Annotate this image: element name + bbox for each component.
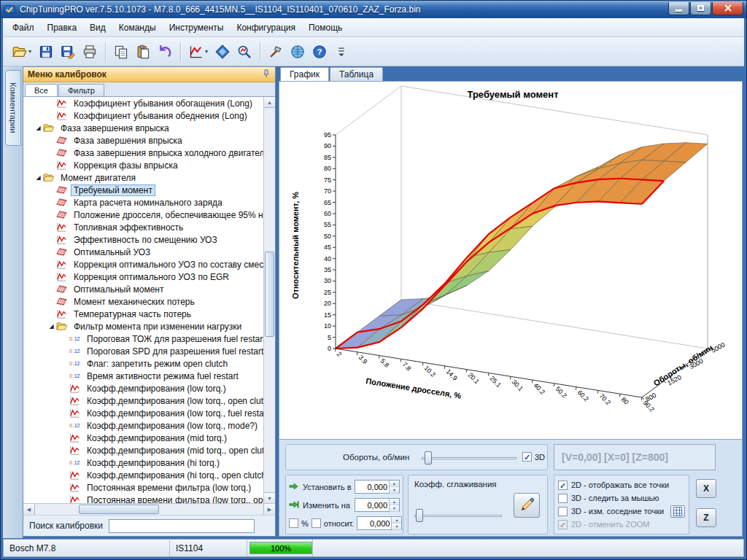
slider-thumb[interactable] [416, 509, 423, 522]
tree-item[interactable]: Фаза завершения впрыска холодного двигат… [23, 147, 263, 159]
checkbox[interactable]: ✓ [558, 481, 568, 490]
set-to-button[interactable]: Установить в [303, 483, 352, 491]
close-button[interactable] [712, 2, 743, 15]
menu-item[interactable]: Вид [83, 19, 112, 36]
tree-item[interactable]: Коэффициент убывания обеднения (Long) [23, 109, 263, 122]
minimize-button[interactable] [668, 2, 689, 15]
edit-pencil-button[interactable] [514, 493, 540, 518]
tree-item[interactable]: Положение дросселя, обеспечивающее 95% н… [23, 209, 263, 221]
tree-item[interactable]: Коэфф.демпфирования (mid torq., open clu… [23, 444, 263, 456]
tree-item[interactable]: Коэфф.демпфирования (mid torq.) [23, 432, 263, 444]
checkbox-3d[interactable]: ✓ 3D [522, 452, 545, 462]
x-axis-button[interactable]: X [696, 479, 716, 498]
tree-item[interactable]: Температурная часть потерь [23, 308, 263, 320]
copy-button[interactable] [110, 41, 132, 63]
dropdown-caret-icon[interactable]: ▾ [28, 48, 31, 55]
tree-item[interactable]: Коррекция оптимального УОЗ по составу см… [23, 258, 263, 271]
tools-button[interactable] [265, 41, 287, 63]
compare-button[interactable] [212, 41, 233, 63]
scroll-up-icon[interactable]: ▲ [264, 97, 275, 108]
expander-icon[interactable]: ◢ [47, 323, 56, 330]
comments-tab[interactable]: Комментарии [5, 70, 21, 146]
expander-icon[interactable]: ◢ [34, 174, 43, 181]
menu-item[interactable]: Команды [112, 19, 163, 36]
calibration-search-input[interactable] [109, 519, 255, 533]
spinner-buttons[interactable]: ▲▼ [391, 517, 401, 529]
tree-item[interactable]: Коэфф.демпфирования (low torq.) [23, 382, 263, 394]
slider-track[interactable] [414, 515, 502, 517]
maximize-button[interactable] [690, 2, 711, 15]
option-row-3[interactable]: 3D - изм. соседние точки [558, 505, 685, 518]
tree-item[interactable]: Фаза завершения впрыска [23, 134, 263, 147]
tree-item[interactable]: 0.12Время активности режима fuel restart [23, 370, 263, 382]
relative-checkbox[interactable]: относит. [311, 518, 355, 528]
open-file-button[interactable]: ▾ [9, 41, 35, 63]
change-by-button[interactable]: Изменить на [303, 501, 352, 510]
scroll-down-icon[interactable]: ▼ [264, 492, 275, 503]
menu-item[interactable]: Конфигурация [230, 19, 302, 36]
save-as-button[interactable] [57, 41, 79, 63]
tree-horizontal-scrollbar[interactable]: ◀ ▶ [23, 503, 275, 515]
tree-item[interactable]: Требуемый момент [23, 184, 263, 196]
scrollbar-thumb[interactable] [79, 505, 159, 514]
chart-area[interactable]: 0510152025303540455055606570758085909523… [279, 81, 743, 440]
view-tab-inactive[interactable]: Таблица [330, 67, 383, 81]
tree-item[interactable]: Постоянная времени фильтра (low torq., o… [23, 494, 263, 503]
toolbar-overflow-button[interactable] [330, 41, 352, 63]
tree-item[interactable]: 0.12Флаг: запретить режим open clutch [23, 357, 263, 370]
tree-item[interactable]: Топливная эффективность [23, 221, 263, 233]
z-axis-button[interactable]: Z [696, 508, 716, 527]
pin-icon[interactable] [262, 68, 271, 81]
tree-item[interactable]: Оптимальный УОЗ [23, 246, 263, 258]
checkbox[interactable]: ✓ [522, 452, 532, 462]
grid-select-button[interactable] [670, 505, 685, 518]
tree-item[interactable]: Коррекция оптимального УОЗ по EGR [23, 271, 263, 283]
tree-item[interactable]: Постоянная времени фильтра (low torq.) [23, 481, 263, 494]
menu-item[interactable]: Правка [41, 19, 84, 36]
option-row-1[interactable]: ✓2D - отображать все точки [558, 478, 685, 491]
calibration-tab-active[interactable]: Все [25, 84, 58, 96]
spinner-buttons[interactable]: ▲▼ [389, 481, 399, 493]
checkbox[interactable] [311, 518, 321, 528]
tree-item[interactable]: Коррекция фазы впрыска [23, 159, 263, 171]
spinner-buttons[interactable]: ▲▼ [389, 499, 399, 511]
slider-track[interactable] [422, 457, 516, 459]
scroll-left-icon[interactable]: ◀ [23, 504, 35, 515]
set-to-spinner[interactable]: 0,000 ▲▼ [355, 480, 400, 494]
smoothing-slider[interactable] [414, 509, 502, 522]
offset-spinner[interactable]: 0,000 ▲▼ [357, 516, 402, 530]
paste-button[interactable] [132, 41, 154, 63]
tree-folder[interactable]: ◢Момент двигателя [23, 171, 263, 184]
help-button[interactable]: ? [309, 41, 330, 63]
menu-item[interactable]: Инструменты [163, 19, 231, 36]
option-row-2[interactable]: 3D - следить за мышью [558, 491, 685, 505]
checkbox[interactable] [558, 507, 568, 516]
tree-vertical-scrollbar[interactable]: ▲ ▼ [263, 97, 275, 503]
change-by-spinner[interactable]: 0,000 ▲▼ [355, 498, 400, 512]
print-button[interactable] [79, 41, 101, 63]
zoom-chart-button[interactable] [233, 41, 255, 63]
save-button[interactable] [35, 41, 57, 63]
tree-item[interactable]: Коэффициент убывания обогащения (Long) [23, 97, 263, 109]
undo-button[interactable] [154, 41, 176, 63]
tree-item[interactable]: Момент механических потерь [23, 295, 263, 308]
tree-item[interactable]: Оптимальный момент [23, 283, 263, 295]
checkbox[interactable] [289, 518, 298, 528]
tree-item[interactable]: 0.12Пороговая ТОЖ для разрешения fuel re… [23, 332, 263, 345]
tree-folder[interactable]: ◢Фильтр момента при изменении нагрузки [23, 320, 263, 332]
checkbox[interactable] [558, 494, 568, 503]
tree-folder[interactable]: ◢Фаза завершения впрыска [23, 122, 263, 134]
tree-item[interactable]: 0.12Коэфф.демпфирования (low torq., mode… [23, 419, 263, 432]
tree-item[interactable]: 0.12Пороговая SPD для разрешения fuel re… [23, 345, 263, 357]
network-button[interactable] [287, 41, 309, 63]
dropdown-caret-icon[interactable]: ▾ [205, 48, 208, 55]
tree-item[interactable]: Карта расчета номинального заряда [23, 196, 263, 209]
scrollbar-thumb[interactable] [265, 252, 274, 337]
title-bar[interactable]: ChipTuningPRO ver.7.5.10.1073 - M7.8.0_6… [1, 1, 746, 18]
tree-item[interactable]: Коэфф.демпфирования (hi torq., open clut… [23, 469, 263, 481]
tree-item[interactable]: 0.12Коэфф.демпфирования (hi torq.) [23, 456, 263, 469]
tree-item[interactable]: Коэфф.демпфирования (low torq., fuel res… [23, 407, 263, 419]
rpm-slider[interactable] [422, 451, 516, 464]
scroll-right-icon[interactable]: ▶ [263, 504, 275, 515]
menu-item[interactable]: Файл [6, 19, 41, 36]
